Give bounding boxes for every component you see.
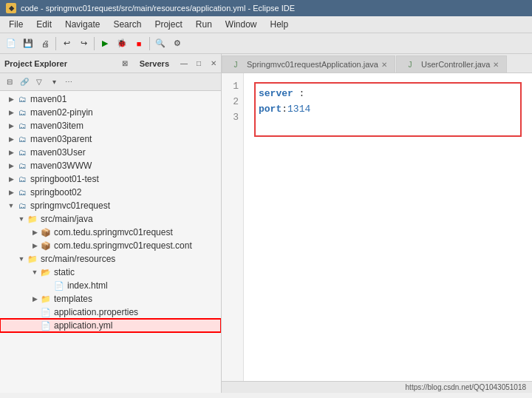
tab-label: UserController.java	[421, 60, 491, 69]
tree-label: src/main/resources	[41, 254, 115, 264]
code-highlight-box: server : port:1314	[254, 82, 522, 137]
folder-icon: 📁	[40, 293, 52, 305]
link-editor-button[interactable]: 🔗	[18, 75, 31, 89]
status-url: https://blog.csdn.net/QQ1043051018	[406, 383, 526, 391]
project-icon: 🗂	[16, 173, 28, 185]
menu-project[interactable]: Project	[149, 18, 188, 31]
tree-label: com.tedu.springmvc01request.cont	[54, 240, 192, 251]
editor-area: 1 2 3 server : port:1314	[222, 73, 532, 381]
new-button[interactable]: 📄	[3, 36, 19, 52]
package-icon: 📦	[40, 226, 52, 238]
project-tree: ▶ 🗂 maven01 ▶ 🗂 maven02-pinyin ▶ 🗂 maven…	[0, 91, 221, 393]
expand-arrow[interactable]: ▶	[30, 240, 40, 251]
expand-arrow[interactable]: ▶	[6, 187, 16, 198]
undo-button[interactable]: ↩	[58, 36, 75, 52]
expand-arrow[interactable]: ▶	[6, 107, 16, 118]
tree-label: application.yml	[54, 320, 112, 331]
settings-button[interactable]: ⚙	[169, 36, 185, 52]
line-num-1: 1	[226, 79, 239, 95]
servers-tab[interactable]: Servers	[134, 57, 175, 70]
tree-item-static[interactable]: ▼ 📂 static	[0, 266, 221, 279]
filter-button[interactable]: ▽	[33, 75, 46, 89]
expand-arrow[interactable]: ▼	[30, 267, 40, 277]
collapse-all-button[interactable]: ⊟	[3, 75, 16, 89]
tree-item-indexhtml[interactable]: 📄 index.html	[0, 279, 221, 292]
project-explorer-title: Project Explorer	[4, 59, 116, 68]
expand-arrow[interactable]: ▼	[16, 214, 27, 224]
tree-item-appprops[interactable]: 📄 application.properties	[0, 306, 221, 319]
run-button[interactable]: ▶	[97, 36, 113, 52]
tree-item-springboot01[interactable]: ▶ 🗂 springboot01-test	[0, 172, 221, 186]
stop-button[interactable]: ■	[131, 36, 147, 52]
view-menu-button[interactable]: ▾	[47, 75, 61, 89]
tree-item-templates[interactable]: ▶ 📁 templates	[0, 292, 221, 306]
menu-window[interactable]: Window	[219, 18, 263, 31]
tree-label: application.properties	[54, 307, 138, 317]
project-icon: 🗂	[16, 160, 28, 172]
menu-search[interactable]: Search	[107, 18, 147, 31]
tree-item-maven02[interactable]: ▶ 🗂 maven02-pinyin	[0, 106, 221, 119]
project-icon: 🗂	[16, 120, 28, 132]
tree-item-maven03www[interactable]: ▶ 🗂 maven03WWW	[0, 159, 221, 172]
print-button[interactable]: 🖨	[37, 36, 53, 52]
expand-arrow[interactable]: ▶	[6, 161, 16, 171]
panel-menu-icon[interactable]: ⊠	[119, 58, 131, 70]
debug-button[interactable]: 🐞	[114, 36, 130, 52]
expand-arrow[interactable]: ▼	[6, 200, 16, 211]
yaml-colon-1: :	[293, 88, 305, 99]
expand-arrow[interactable]: ▶	[6, 174, 16, 184]
redo-button[interactable]: ↪	[75, 36, 92, 52]
expand-arrow[interactable]: ▶	[6, 121, 16, 131]
tab-close-button[interactable]: ✕	[493, 61, 499, 69]
more-button[interactable]: ⋯	[62, 75, 75, 89]
panel-header: Project Explorer ⊠ Servers — □ ✕	[0, 54, 221, 73]
expand-arrow[interactable]: ▶	[30, 294, 40, 304]
code-content[interactable]: server : port:1314	[244, 73, 532, 381]
tree-item-pkg2[interactable]: ▶ 📦 com.tedu.springmvc01request.cont	[0, 239, 221, 252]
menu-navigate[interactable]: Navigate	[59, 18, 106, 31]
tree-item-maven03item[interactable]: ▶ 🗂 maven03item	[0, 119, 221, 132]
tree-item-srcmainjava[interactable]: ▼ 📁 src/main/java	[0, 212, 221, 226]
editor-tabs: J Springmvc01requestApplication.java ✕ J…	[222, 54, 532, 73]
yaml-key-port: port	[259, 104, 282, 115]
menu-edit[interactable]: Edit	[30, 18, 58, 31]
maximize-icon[interactable]: □	[193, 58, 205, 70]
save-button[interactable]: 💾	[20, 36, 36, 52]
package-icon: 📦	[40, 240, 52, 252]
line-numbers: 1 2 3	[222, 73, 244, 381]
expand-arrow[interactable]: ▼	[16, 254, 27, 264]
code-line-2: port:1314	[259, 102, 517, 118]
tree-item-maven03parent[interactable]: ▶ 🗂 maven03parent	[0, 132, 221, 146]
tree-label: maven03parent	[30, 134, 92, 144]
tree-item-springboot02[interactable]: ▶ 🗂 springboot02	[0, 186, 221, 199]
tree-item-maven01[interactable]: ▶ 🗂 maven01	[0, 92, 221, 106]
left-panel: Project Explorer ⊠ Servers — □ ✕ ⊟ 🔗 ▽ ▾…	[0, 54, 222, 393]
close-panel-icon[interactable]: ✕	[211, 59, 216, 67]
tree-label: springmvc01request	[30, 200, 110, 211]
toolbar-sep1	[55, 37, 56, 50]
folder-icon: 📂	[40, 266, 52, 278]
expand-arrow[interactable]: ▶	[30, 227, 40, 237]
tree-item-springmvc01[interactable]: ▼ 🗂 springmvc01request	[0, 199, 221, 212]
menu-run[interactable]: Run	[190, 18, 218, 31]
line-num-2: 2	[226, 95, 239, 110]
tab-springapp[interactable]: J Springmvc01requestApplication.java ✕	[222, 55, 395, 72]
java-file-icon: J	[404, 58, 416, 70]
tree-item-appyml[interactable]: 📄 application.yml	[0, 319, 221, 332]
expand-arrow[interactable]: ▶	[6, 94, 16, 104]
project-icon: 🗂	[16, 133, 28, 145]
expand-arrow[interactable]: ▶	[6, 147, 16, 158]
tree-item-maven03user[interactable]: ▶ 🗂 maven03User	[0, 146, 221, 159]
project-icon: 🗂	[16, 93, 28, 105]
search-button[interactable]: 🔍	[152, 36, 168, 52]
menu-help[interactable]: Help	[265, 18, 295, 31]
yml-icon: 📄	[40, 320, 52, 331]
tab-userctrl[interactable]: J UserController.java ✕	[396, 55, 508, 72]
expand-arrow[interactable]: ▶	[6, 134, 16, 144]
tree-item-srcmainresources[interactable]: ▼ 📁 src/main/resources	[0, 252, 221, 266]
status-bar: https://blog.csdn.net/QQ1043051018	[222, 381, 532, 393]
minimize-icon[interactable]: —	[178, 58, 190, 70]
menu-file[interactable]: File	[3, 18, 29, 31]
tab-close-button[interactable]: ✕	[381, 61, 387, 69]
tree-item-pkg1[interactable]: ▶ 📦 com.tedu.springmvc01request	[0, 226, 221, 239]
